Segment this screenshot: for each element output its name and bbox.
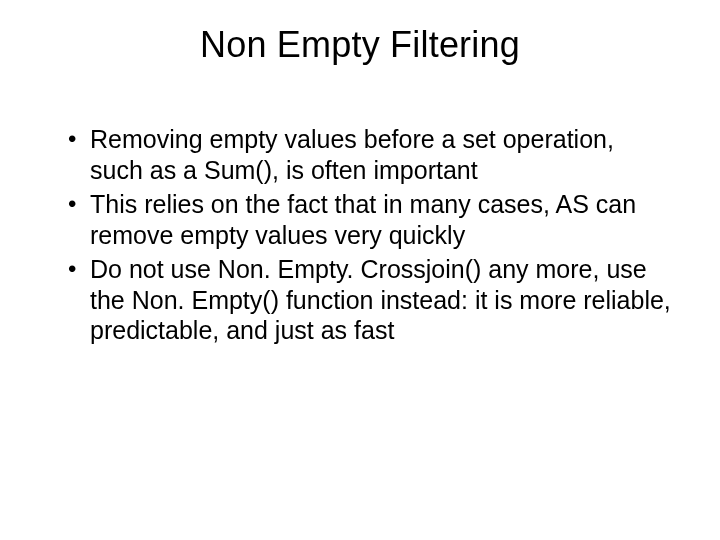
slide: Non Empty Filtering Removing empty value…	[0, 0, 720, 540]
slide-title: Non Empty Filtering	[48, 24, 672, 66]
bullet-list: Removing empty values before a set opera…	[48, 124, 672, 346]
list-item: This relies on the fact that in many cas…	[72, 189, 672, 250]
list-item: Do not use Non. Empty. Crossjoin() any m…	[72, 254, 672, 346]
list-item: Removing empty values before a set opera…	[72, 124, 672, 185]
